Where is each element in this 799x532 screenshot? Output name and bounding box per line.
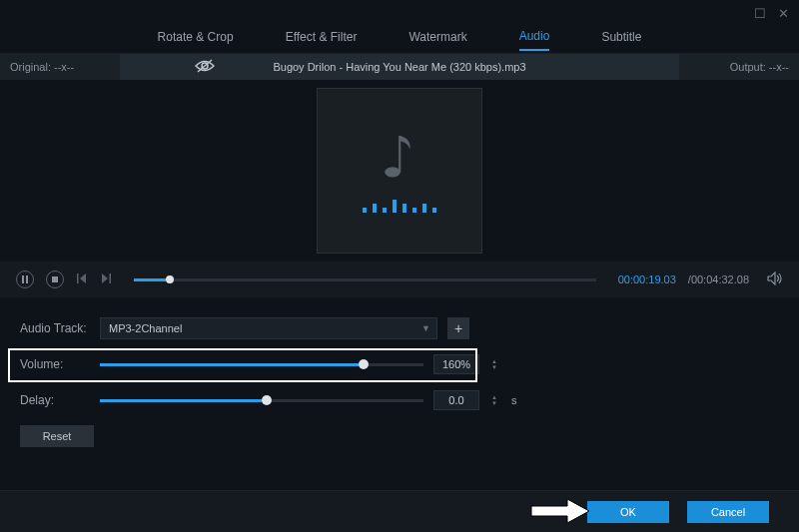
svg-rect-8 — [110, 273, 112, 283]
volume-label: Volume: — [20, 357, 90, 371]
music-note-icon — [382, 129, 417, 181]
play-pause-button[interactable] — [16, 270, 34, 288]
tab-subtitle[interactable]: Subtitle — [601, 30, 641, 50]
playback-progress-slider[interactable] — [134, 278, 596, 281]
volume-value-input[interactable]: 160% — [433, 354, 479, 374]
delay-slider[interactable] — [100, 399, 423, 402]
svg-rect-5 — [26, 275, 28, 283]
svg-rect-4 — [22, 275, 24, 283]
audio-preview-box — [317, 88, 482, 254]
cancel-button[interactable]: Cancel — [687, 501, 769, 523]
volume-slider[interactable] — [100, 363, 423, 366]
svg-rect-3 — [399, 136, 400, 172]
ok-button[interactable]: OK — [587, 501, 669, 523]
original-size-label: Original: --x-- — [10, 61, 74, 73]
file-title: Bugoy Drilon - Having You Near Me (320 k… — [273, 61, 525, 73]
audio-track-value: MP3-2Channel — [109, 322, 182, 334]
audio-track-label: Audio Track: — [20, 321, 90, 335]
volume-stepper[interactable]: ▲▼ — [491, 358, 497, 370]
output-size-label: Output: --x-- — [730, 61, 789, 73]
delay-value-input[interactable]: 0.0 — [433, 390, 479, 410]
stop-button[interactable] — [46, 270, 64, 288]
delay-stepper[interactable]: ▲▼ — [491, 394, 497, 406]
playback-controls: 00:00:19.03/00:04:32.08 — [0, 262, 799, 297]
reset-button[interactable]: Reset — [20, 425, 94, 447]
preview-area — [0, 80, 799, 262]
delay-unit: s — [511, 394, 517, 406]
volume-icon[interactable] — [767, 271, 783, 288]
prev-frame-button[interactable] — [76, 272, 88, 287]
svg-rect-7 — [77, 273, 79, 283]
svg-point-2 — [385, 167, 400, 177]
svg-rect-6 — [52, 276, 58, 282]
chevron-down-icon: ▼ — [421, 323, 430, 333]
footer-bar: OK Cancel — [0, 490, 799, 532]
tab-audio[interactable]: Audio — [519, 29, 550, 51]
equalizer-icon — [363, 199, 436, 213]
maximize-icon[interactable]: ☐ — [754, 6, 766, 21]
tab-effect-filter[interactable]: Effect & Filter — [286, 30, 358, 50]
current-time: 00:00:19.03 — [618, 273, 676, 285]
tab-watermark[interactable]: Watermark — [408, 30, 466, 50]
total-time: /00:04:32.08 — [688, 273, 749, 285]
add-audio-track-button[interactable]: + — [447, 317, 469, 339]
next-frame-button[interactable] — [100, 272, 112, 287]
tab-rotate-crop[interactable]: Rotate & Crop — [158, 30, 234, 50]
audio-track-select[interactable]: MP3-2Channel ▼ — [100, 317, 437, 339]
close-icon[interactable]: ✕ — [778, 6, 789, 21]
info-bar: Original: --x-- Bugoy Drilon - Having Yo… — [0, 54, 799, 80]
preview-toggle-icon[interactable] — [195, 59, 215, 75]
tab-bar: Rotate & Crop Effect & Filter Watermark … — [0, 26, 799, 54]
delay-label: Delay: — [20, 393, 90, 407]
